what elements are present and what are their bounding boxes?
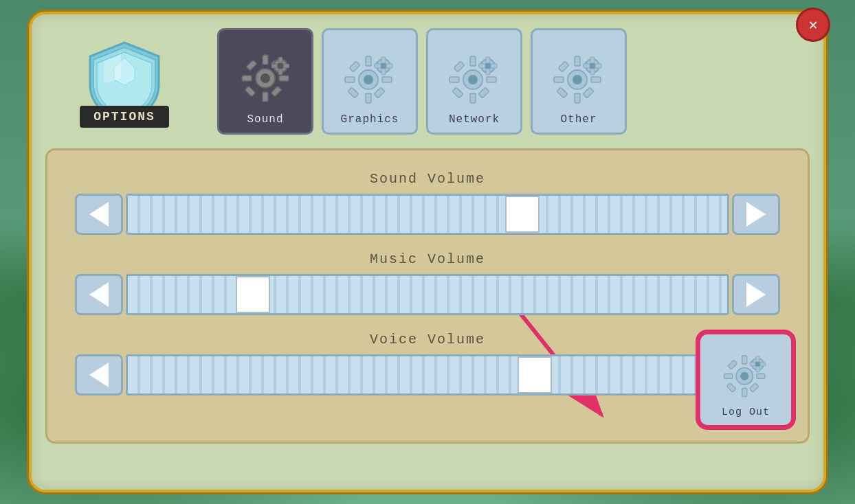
svg-rect-57	[557, 87, 568, 98]
svg-rect-36	[470, 93, 476, 103]
svg-rect-48	[491, 64, 497, 68]
svg-rect-64	[595, 64, 601, 68]
svg-point-34	[468, 75, 478, 84]
svg-rect-46	[486, 69, 490, 75]
svg-rect-79	[756, 356, 759, 362]
header: OPTIONS	[45, 28, 810, 135]
tab-network-label: Network	[449, 113, 500, 126]
svg-rect-62	[590, 69, 595, 75]
svg-rect-15	[271, 64, 278, 68]
music-volume-increase-button[interactable]	[732, 274, 780, 315]
svg-rect-45	[486, 57, 490, 63]
graphics-gear-icon	[342, 51, 397, 109]
svg-rect-37	[449, 77, 459, 82]
tab-graphics-label: Graphics	[341, 113, 399, 126]
svg-rect-73	[728, 360, 737, 369]
svg-rect-38	[487, 77, 496, 82]
left-arrow-icon	[89, 202, 109, 227]
svg-rect-55	[558, 61, 569, 72]
music-volume-fill	[128, 276, 727, 313]
svg-rect-56	[583, 87, 594, 98]
svg-rect-23	[349, 61, 360, 72]
svg-rect-7	[246, 60, 257, 71]
tab-other[interactable]: Other	[531, 28, 627, 135]
sound-volume-track[interactable]	[126, 194, 729, 235]
svg-rect-53	[554, 77, 564, 82]
sound-volume-decrease-button[interactable]	[75, 194, 123, 235]
sound-volume-increase-button[interactable]	[732, 194, 780, 235]
svg-rect-21	[345, 77, 355, 82]
svg-rect-9	[245, 86, 256, 97]
svg-rect-80	[756, 367, 759, 372]
tab-sound[interactable]: Sound	[217, 28, 313, 135]
network-gear-icon	[447, 51, 502, 109]
svg-rect-35	[470, 56, 476, 66]
svg-rect-72	[757, 374, 765, 378]
music-volume-track[interactable]	[126, 274, 729, 315]
music-volume-row	[75, 274, 780, 315]
svg-rect-47	[479, 64, 485, 68]
svg-point-18	[364, 75, 373, 84]
voice-volume-decrease-button[interactable]	[75, 354, 123, 396]
tab-network[interactable]: Network	[426, 28, 522, 135]
svg-rect-31	[375, 64, 381, 68]
sound-volume-fill	[128, 196, 727, 233]
content-panel: Sound Volume Music Volume	[45, 148, 810, 444]
svg-rect-51	[575, 56, 580, 66]
sound-gear-icon	[238, 51, 293, 109]
svg-rect-13	[278, 57, 282, 63]
tab-graphics[interactable]: Graphics	[322, 28, 418, 135]
svg-rect-4	[263, 92, 268, 102]
svg-rect-3	[263, 55, 268, 65]
voice-volume-fill	[128, 356, 727, 393]
svg-rect-25	[348, 87, 359, 98]
voice-volume-section: Voice Volume	[75, 332, 780, 396]
svg-rect-19	[366, 56, 371, 66]
svg-rect-22	[382, 77, 392, 82]
options-badge: OPTIONS	[45, 37, 203, 126]
svg-rect-14	[278, 69, 282, 75]
voice-volume-track[interactable]	[126, 354, 729, 396]
left-arrow-icon	[89, 282, 109, 307]
left-arrow-icon	[89, 363, 109, 387]
right-arrow-icon	[746, 202, 766, 227]
svg-rect-81	[750, 363, 755, 366]
right-arrow-icon	[746, 282, 766, 307]
tab-sound-label: Sound	[247, 113, 283, 126]
svg-rect-24	[374, 87, 385, 98]
svg-rect-74	[749, 383, 759, 393]
svg-rect-63	[584, 64, 590, 68]
sound-volume-thumb[interactable]	[505, 196, 540, 233]
sound-volume-section: Sound Volume	[75, 171, 780, 235]
svg-rect-20	[366, 93, 371, 103]
voice-volume-thumb[interactable]	[518, 356, 552, 393]
svg-rect-30	[381, 69, 386, 75]
music-volume-section: Music Volume	[75, 251, 780, 315]
music-volume-thumb[interactable]	[236, 276, 270, 313]
svg-rect-75	[726, 383, 736, 393]
sound-volume-row	[75, 194, 780, 235]
logout-button[interactable]: Log Out	[698, 332, 794, 428]
svg-rect-32	[386, 64, 392, 68]
svg-rect-6	[279, 76, 289, 81]
options-title: OPTIONS	[80, 106, 169, 128]
svg-rect-8	[271, 86, 282, 97]
sound-volume-label: Sound Volume	[75, 171, 780, 187]
svg-rect-61	[590, 57, 595, 63]
svg-point-2	[260, 73, 270, 83]
voice-volume-row	[75, 354, 780, 396]
svg-rect-71	[724, 374, 733, 378]
svg-rect-82	[760, 363, 766, 366]
music-volume-label: Music Volume	[75, 251, 780, 267]
svg-rect-16	[283, 64, 289, 68]
svg-rect-70	[742, 388, 747, 396]
voice-volume-label: Voice Volume	[75, 332, 780, 347]
svg-rect-40	[478, 87, 489, 98]
svg-rect-54	[591, 77, 601, 82]
svg-point-68	[740, 372, 748, 380]
close-button[interactable]: ✕	[796, 8, 830, 42]
music-volume-decrease-button[interactable]	[75, 274, 123, 315]
svg-rect-52	[575, 93, 580, 103]
svg-rect-39	[454, 61, 465, 72]
tab-other-label: Other	[560, 113, 597, 126]
